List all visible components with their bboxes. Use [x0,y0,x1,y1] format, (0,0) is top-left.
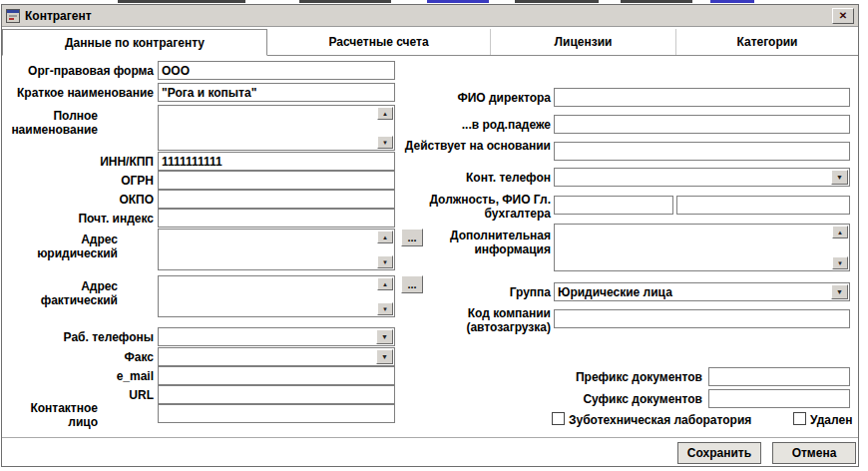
director-label: ФИО директора [401,91,551,105]
background-text-fragment [710,0,754,3]
cancel-button[interactable]: Отмена [772,442,856,464]
background-text-fragment [515,0,599,3]
footer-divider [2,437,858,438]
close-button[interactable]: ✕ [832,8,854,24]
acts-on-basis-label: Действует на основании [401,139,551,153]
contact-phone-combobox[interactable]: ▼ [554,168,850,187]
background-text-fragment [299,0,391,3]
url-label: URL [6,388,154,402]
okpo-label: ОКПО [6,193,154,207]
close-icon: ✕ [839,10,847,21]
tab-kategorii[interactable]: Категории [676,29,858,55]
scroll-down-icon[interactable]: ▼ [377,136,393,149]
full-name-label: Полное наименование [10,109,98,137]
chief-accountant-label: Должность, ФИО Гл. бухгалтера [401,193,551,221]
scroll-up-icon[interactable]: ▲ [377,107,393,120]
acts-on-basis-input[interactable] [554,142,850,161]
group-combobox[interactable]: Юридические лица ▼ [554,282,850,301]
tab-dannye-po-kontragentu[interactable]: Данные по контрагенту [2,29,267,56]
dental-lab-checkbox[interactable] [552,412,565,425]
postal-index-input[interactable] [158,209,395,228]
background-text-fragment [427,0,489,3]
doc-suffix-label: Суфикс документов [521,392,702,406]
extra-info-textarea[interactable]: ▲ ▼ [554,224,850,271]
url-input[interactable] [158,385,395,404]
email-input[interactable] [158,366,395,385]
full-name-textarea[interactable]: ▲ ▼ [158,105,395,151]
genitive-input[interactable] [554,115,850,134]
chief-accountant-position-input[interactable] [554,196,673,215]
short-name-input[interactable] [158,83,395,102]
chevron-down-icon[interactable]: ▼ [831,284,848,299]
contact-person-input[interactable] [158,404,395,423]
contact-phone-label: Конт. телефон [401,171,551,185]
scroll-up-icon[interactable]: ▲ [377,277,393,290]
window-title: Контрагент [25,9,92,23]
background-text-fragment [621,0,692,3]
save-button[interactable]: Сохранить [677,442,761,464]
company-code-label: Код компании (автозагрузка) [401,306,551,334]
company-code-input[interactable] [554,309,850,328]
chief-accountant-name-input[interactable] [676,196,850,215]
okpo-input[interactable] [158,190,395,209]
scroll-down-icon[interactable]: ▼ [377,302,393,315]
org-form-input[interactable] [158,61,395,80]
contact-person-label: Контактное лицо [10,401,98,429]
director-input[interactable] [554,88,850,107]
tab-licenzii[interactable]: Лицензии [491,29,676,55]
email-label: e_mail [6,369,154,383]
org-form-label: Орг-правовая форма [6,64,154,78]
fax-combobox[interactable]: ▼ [158,347,395,366]
dental-lab-label: Зуботехническая лаборатория [569,413,758,427]
genitive-label: ...в род.падеже [401,118,551,132]
postal-index-label: Почт. индекс [6,212,154,226]
deleted-label: Удален [810,413,856,427]
dialog-kontragent: Контрагент ✕ Данные по контрагенту Расче… [1,4,859,467]
ogrn-label: ОГРН [6,174,154,188]
extra-info-label: Дополнительная информация [401,229,551,256]
chevron-down-icon[interactable]: ▼ [376,349,393,364]
group-label: Группа [401,285,551,299]
work-phones-combobox[interactable]: ▼ [158,327,395,346]
work-phones-label: Раб. телефоны [6,330,154,344]
scroll-up-icon[interactable]: ▲ [832,226,848,238]
chevron-down-icon[interactable]: ▼ [831,170,848,185]
tab-bar: Данные по контрагенту Расчетные счета Ли… [2,29,858,56]
scroll-up-icon[interactable]: ▲ [377,231,393,243]
actual-address-label: Адрес фактический [30,279,118,307]
legal-address-label: Адрес юридический [30,233,118,260]
ogrn-input[interactable] [158,171,395,190]
chevron-down-icon[interactable]: ▼ [376,329,393,344]
legal-address-textarea[interactable]: ▲ ▼ [158,229,395,270]
background-text-fragment [118,0,245,3]
app-icon [6,9,20,23]
deleted-checkbox[interactable] [793,412,806,425]
fax-label: Факс [6,350,154,364]
titlebar[interactable]: Контрагент ✕ [2,5,858,27]
short-name-label: Краткое наименование [6,86,154,100]
doc-prefix-label: Префикс документов [521,370,702,384]
actual-address-textarea[interactable]: ▲ ▼ [158,275,395,317]
group-value: Юридические лица [558,285,672,299]
scroll-down-icon[interactable]: ▼ [832,256,848,269]
inn-kpp-label: ИНН/КПП [6,155,154,169]
inn-kpp-input[interactable] [158,152,395,171]
tab-raschetnye-scheta[interactable]: Расчетные счета [267,29,491,55]
doc-prefix-input[interactable] [708,367,850,386]
scroll-down-icon[interactable]: ▼ [377,255,393,268]
doc-suffix-input[interactable] [708,389,850,408]
